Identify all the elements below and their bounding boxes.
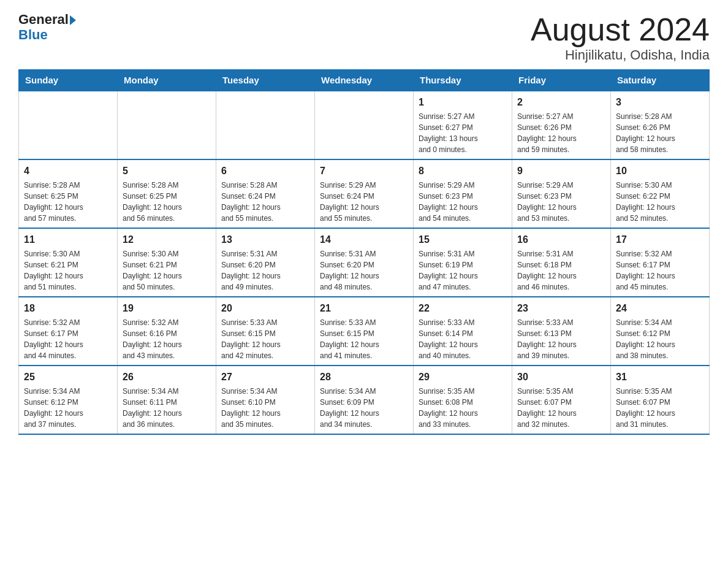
day-number: 24: [616, 301, 704, 316]
day-header-monday: Monday: [118, 70, 216, 91]
logo-arrow-icon: [70, 15, 76, 25]
day-number: 7: [320, 164, 408, 178]
day-number: 5: [123, 164, 211, 178]
day-info: Sunrise: 5:28 AMSunset: 6:26 PMDaylight:…: [616, 111, 704, 155]
calendar-cell: 25Sunrise: 5:34 AMSunset: 6:12 PMDayligh…: [19, 366, 118, 434]
calendar-cell: 6Sunrise: 5:28 AMSunset: 6:24 PMDaylight…: [216, 159, 315, 228]
day-number: 20: [221, 301, 309, 316]
day-info: Sunrise: 5:34 AMSunset: 6:12 PMDaylight:…: [616, 317, 704, 361]
day-info: Sunrise: 5:32 AMSunset: 6:17 PMDaylight:…: [24, 317, 112, 361]
calendar-cell: 22Sunrise: 5:33 AMSunset: 6:14 PMDayligh…: [414, 297, 512, 366]
day-info: Sunrise: 5:27 AMSunset: 6:26 PMDaylight:…: [517, 111, 605, 155]
day-number: 16: [517, 232, 605, 247]
day-header-wednesday: Wednesday: [315, 70, 414, 91]
day-info: Sunrise: 5:31 AMSunset: 6:20 PMDaylight:…: [221, 248, 309, 293]
day-number: 26: [123, 370, 211, 385]
day-number: 6: [221, 164, 309, 178]
calendar-cell: 26Sunrise: 5:34 AMSunset: 6:11 PMDayligh…: [118, 366, 216, 434]
day-info: Sunrise: 5:29 AMSunset: 6:24 PMDaylight:…: [320, 180, 408, 224]
page-header: General Blue August 2024 Hinjilikatu, Od…: [18, 12, 710, 63]
day-info: Sunrise: 5:33 AMSunset: 6:15 PMDaylight:…: [221, 317, 309, 361]
calendar-cell: 18Sunrise: 5:32 AMSunset: 6:17 PMDayligh…: [19, 297, 118, 366]
day-number: 18: [24, 301, 112, 316]
day-number: 1: [419, 95, 507, 110]
day-number: 30: [517, 370, 605, 385]
calendar-cell: 21Sunrise: 5:33 AMSunset: 6:15 PMDayligh…: [315, 297, 414, 366]
calendar-cell: [216, 91, 315, 159]
calendar-cell: [19, 91, 118, 159]
day-number: 25: [24, 370, 112, 385]
day-info: Sunrise: 5:34 AMSunset: 6:09 PMDaylight:…: [320, 386, 408, 430]
calendar-cell: 20Sunrise: 5:33 AMSunset: 6:15 PMDayligh…: [216, 297, 315, 366]
day-number: 15: [419, 232, 507, 247]
calendar-cell: 9Sunrise: 5:29 AMSunset: 6:23 PMDaylight…: [512, 159, 611, 228]
calendar-cell: 27Sunrise: 5:34 AMSunset: 6:10 PMDayligh…: [216, 366, 315, 434]
calendar-cell: 3Sunrise: 5:28 AMSunset: 6:26 PMDaylight…: [611, 91, 710, 159]
calendar-cell: 24Sunrise: 5:34 AMSunset: 6:12 PMDayligh…: [611, 297, 710, 366]
day-number: 22: [419, 301, 507, 316]
day-info: Sunrise: 5:28 AMSunset: 6:25 PMDaylight:…: [123, 180, 211, 224]
calendar-table: SundayMondayTuesdayWednesdayThursdayFrid…: [18, 69, 710, 435]
day-header-sunday: Sunday: [19, 70, 118, 91]
calendar-cell: 7Sunrise: 5:29 AMSunset: 6:24 PMDaylight…: [315, 159, 414, 228]
days-header-row: SundayMondayTuesdayWednesdayThursdayFrid…: [19, 70, 710, 91]
calendar-week-row: 4Sunrise: 5:28 AMSunset: 6:25 PMDaylight…: [19, 159, 710, 228]
day-info: Sunrise: 5:28 AMSunset: 6:24 PMDaylight:…: [221, 180, 309, 224]
day-info: Sunrise: 5:32 AMSunset: 6:17 PMDaylight:…: [616, 248, 704, 293]
day-number: 9: [517, 164, 605, 178]
day-info: Sunrise: 5:33 AMSunset: 6:15 PMDaylight:…: [320, 317, 408, 361]
logo-general-text: General: [18, 12, 69, 27]
calendar-cell: [118, 91, 216, 159]
day-info: Sunrise: 5:29 AMSunset: 6:23 PMDaylight:…: [419, 180, 507, 224]
day-number: 8: [419, 164, 507, 178]
day-number: 19: [123, 301, 211, 316]
calendar-cell: 23Sunrise: 5:33 AMSunset: 6:13 PMDayligh…: [512, 297, 611, 366]
calendar-cell: 4Sunrise: 5:28 AMSunset: 6:25 PMDaylight…: [19, 159, 118, 228]
day-number: 4: [24, 164, 112, 178]
day-number: 3: [616, 95, 704, 110]
calendar-week-row: 1Sunrise: 5:27 AMSunset: 6:27 PMDaylight…: [19, 91, 710, 159]
logo: General Blue: [18, 12, 76, 43]
day-number: 27: [221, 370, 309, 385]
day-info: Sunrise: 5:28 AMSunset: 6:25 PMDaylight:…: [24, 180, 112, 224]
day-info: Sunrise: 5:33 AMSunset: 6:13 PMDaylight:…: [517, 317, 605, 361]
day-info: Sunrise: 5:31 AMSunset: 6:19 PMDaylight:…: [419, 248, 507, 293]
day-info: Sunrise: 5:30 AMSunset: 6:21 PMDaylight:…: [24, 248, 112, 293]
month-year-title: August 2024: [531, 12, 710, 47]
day-header-saturday: Saturday: [611, 70, 710, 91]
calendar-cell: 28Sunrise: 5:34 AMSunset: 6:09 PMDayligh…: [315, 366, 414, 434]
day-info: Sunrise: 5:34 AMSunset: 6:11 PMDaylight:…: [123, 386, 211, 430]
calendar-cell: 8Sunrise: 5:29 AMSunset: 6:23 PMDaylight…: [414, 159, 512, 228]
day-number: 13: [221, 232, 309, 247]
day-number: 28: [320, 370, 408, 385]
day-number: 23: [517, 301, 605, 316]
calendar-cell: 16Sunrise: 5:31 AMSunset: 6:18 PMDayligh…: [512, 228, 611, 297]
calendar-cell: 30Sunrise: 5:35 AMSunset: 6:07 PMDayligh…: [512, 366, 611, 434]
day-number: 14: [320, 232, 408, 247]
day-info: Sunrise: 5:33 AMSunset: 6:14 PMDaylight:…: [419, 317, 507, 361]
day-info: Sunrise: 5:35 AMSunset: 6:08 PMDaylight:…: [419, 386, 507, 430]
calendar-cell: 12Sunrise: 5:30 AMSunset: 6:21 PMDayligh…: [118, 228, 216, 297]
calendar-cell: 17Sunrise: 5:32 AMSunset: 6:17 PMDayligh…: [611, 228, 710, 297]
calendar-cell: [315, 91, 414, 159]
day-info: Sunrise: 5:27 AMSunset: 6:27 PMDaylight:…: [419, 111, 507, 155]
calendar-cell: 5Sunrise: 5:28 AMSunset: 6:25 PMDaylight…: [118, 159, 216, 228]
day-number: 11: [24, 232, 112, 247]
day-info: Sunrise: 5:30 AMSunset: 6:21 PMDaylight:…: [123, 248, 211, 293]
day-info: Sunrise: 5:34 AMSunset: 6:10 PMDaylight:…: [221, 386, 309, 430]
calendar-cell: 2Sunrise: 5:27 AMSunset: 6:26 PMDaylight…: [512, 91, 611, 159]
calendar-week-row: 25Sunrise: 5:34 AMSunset: 6:12 PMDayligh…: [19, 366, 710, 434]
day-number: 10: [616, 164, 704, 178]
calendar-week-row: 18Sunrise: 5:32 AMSunset: 6:17 PMDayligh…: [19, 297, 710, 366]
calendar-cell: 31Sunrise: 5:35 AMSunset: 6:07 PMDayligh…: [611, 366, 710, 434]
day-header-friday: Friday: [512, 70, 611, 91]
day-info: Sunrise: 5:35 AMSunset: 6:07 PMDaylight:…: [616, 386, 704, 430]
day-number: 21: [320, 301, 408, 316]
day-number: 17: [616, 232, 704, 247]
calendar-cell: 19Sunrise: 5:32 AMSunset: 6:16 PMDayligh…: [118, 297, 216, 366]
day-info: Sunrise: 5:31 AMSunset: 6:20 PMDaylight:…: [320, 248, 408, 293]
day-number: 31: [616, 370, 704, 385]
logo-blue-text: Blue: [18, 27, 76, 43]
day-info: Sunrise: 5:30 AMSunset: 6:22 PMDaylight:…: [616, 180, 704, 224]
day-header-tuesday: Tuesday: [216, 70, 315, 91]
